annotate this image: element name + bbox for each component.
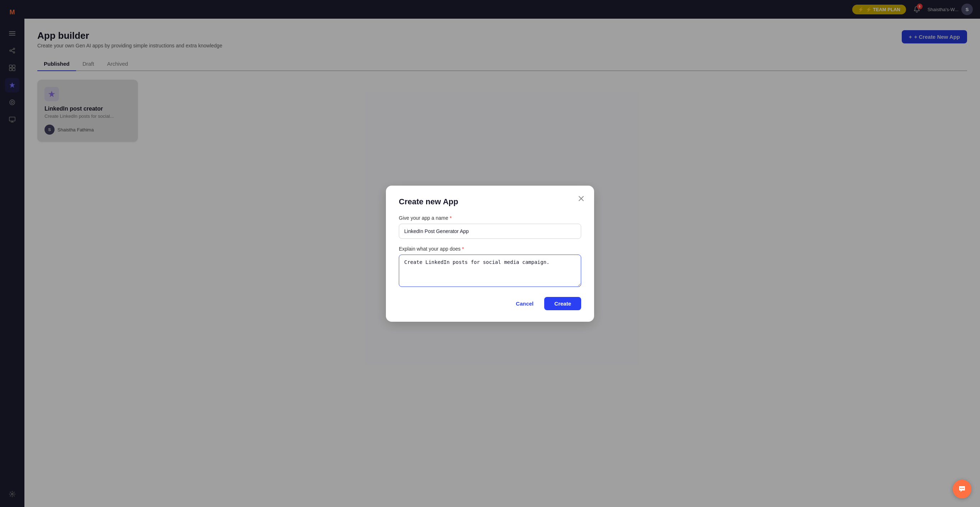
modal-close-button[interactable] bbox=[576, 193, 587, 204]
create-app-modal: Create new App Give your app a name * Ex… bbox=[386, 186, 594, 322]
modal-actions: Cancel Create bbox=[399, 297, 581, 310]
svg-point-22 bbox=[963, 488, 964, 489]
desc-required: * bbox=[462, 246, 464, 252]
create-button[interactable]: Create bbox=[544, 297, 581, 310]
app-desc-textarea[interactable]: Create LinkedIn posts for social media c… bbox=[399, 255, 581, 287]
app-name-group: Give your app a name * bbox=[399, 215, 581, 239]
chat-button[interactable] bbox=[953, 480, 971, 498]
modal-overlay[interactable]: Create new App Give your app a name * Ex… bbox=[24, 0, 980, 507]
app-desc-group: Explain what your app does * Create Link… bbox=[399, 246, 581, 289]
svg-point-20 bbox=[960, 488, 961, 489]
modal-title: Create new App bbox=[399, 197, 581, 206]
app-name-label: Give your app a name * bbox=[399, 215, 581, 221]
svg-point-21 bbox=[962, 488, 963, 489]
cancel-button[interactable]: Cancel bbox=[509, 297, 540, 310]
app-name-input[interactable] bbox=[399, 224, 581, 239]
name-required: * bbox=[450, 215, 452, 221]
app-desc-label: Explain what your app does * bbox=[399, 246, 581, 252]
main-area: ⚡ ⚡ TEAM PLAN 5 Shaistha's-W... S App bu… bbox=[24, 0, 980, 507]
